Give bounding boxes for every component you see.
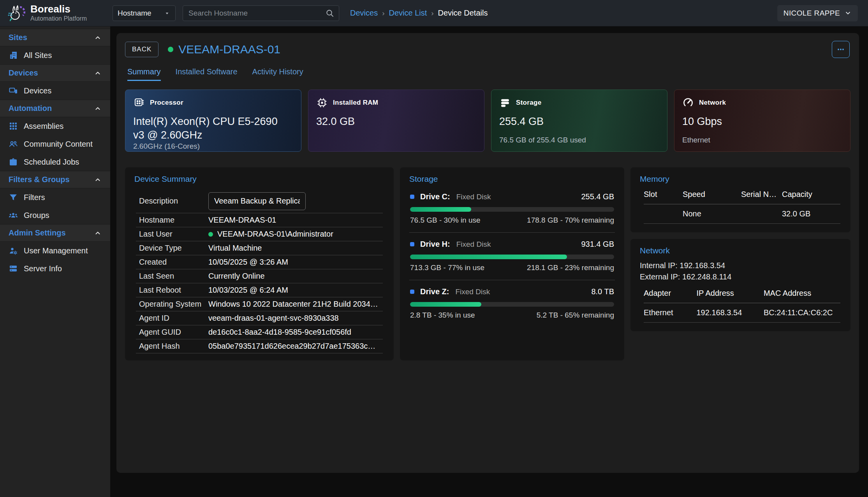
- drive-usage-bar: [410, 255, 614, 259]
- description-input[interactable]: [208, 192, 306, 210]
- stat-card-header: Processor: [133, 97, 293, 109]
- drive-bullet-icon: [410, 242, 414, 246]
- sidebar-entry[interactable]: Automation: [0, 100, 110, 117]
- drive-used-text: 713.3 GB - 77% in use: [410, 263, 484, 272]
- device-summary-row: Agent ID veeam-draas-01-agent-svc-8930a3…: [136, 311, 383, 325]
- search-box[interactable]: [183, 5, 339, 21]
- stat-card: Installed RAM 32.0 GB: [308, 90, 484, 152]
- field-label: Last Seen: [139, 272, 208, 281]
- search-icon[interactable]: [325, 9, 334, 18]
- sidebar-entry-label: Community Content: [24, 140, 93, 149]
- brand-text: Borealis Automation Platform: [30, 4, 87, 22]
- field-value: VEEAM-DRAAS-01: [208, 216, 276, 225]
- sidebar-item-icon: [9, 121, 18, 131]
- device-title: VEEAM-DRAAS-01: [178, 43, 280, 56]
- sidebar-entry[interactable]: Sites: [0, 29, 110, 46]
- device-tabs: Summary Installed Software Activity Hist…: [127, 67, 850, 81]
- breadcrumb-link[interactable]: Device List: [389, 9, 427, 18]
- back-button[interactable]: BACK: [125, 42, 158, 57]
- sidebar-item-icon: [9, 157, 18, 167]
- network-ips: Internal IP: 192.168.3.54 External IP: 1…: [640, 260, 841, 283]
- tab[interactable]: Summary: [127, 67, 161, 81]
- breadcrumb-separator-icon: ›: [431, 9, 433, 18]
- sidebar-item-icon: [9, 246, 18, 255]
- stat-card-icon: [682, 97, 694, 109]
- tab[interactable]: Activity History: [252, 67, 303, 81]
- memory-row: None 32.0 GB: [644, 204, 840, 224]
- sidebar-entry[interactable]: Server Info: [0, 260, 110, 277]
- sidebar-entry[interactable]: Assemblies: [0, 117, 110, 135]
- main-content: BACK VEEAM-DRAAS-01 Summary Installed So…: [110, 26, 868, 497]
- brand-subtitle: Automation Platform: [30, 15, 87, 22]
- stat-card-title: Network: [699, 99, 726, 107]
- user-menu-button[interactable]: NICOLE RAPPE: [777, 5, 858, 21]
- breadcrumb: Devices › Device List › Device Details ›: [350, 9, 488, 18]
- field-label: Description: [139, 197, 208, 205]
- topbar: Borealis Automation Platform Hostname De…: [0, 0, 868, 26]
- network-table-header: Adapter IP Address MAC Address: [644, 289, 840, 303]
- user-name: NICOLE RAPPE: [783, 9, 840, 18]
- device-summary-panel: Device Summary Description Veeam Backup …: [125, 167, 394, 360]
- device-summary-row: Operating System Windows 10 2022 Datacen…: [136, 297, 383, 311]
- memory-speed: None: [683, 209, 741, 218]
- sidebar-entry[interactable]: Community Content: [0, 135, 110, 153]
- field-label: Agent ID: [139, 314, 208, 323]
- drive-used-text: 2.8 TB - 35% in use: [410, 311, 475, 320]
- sidebar-entry[interactable]: All Sites: [0, 46, 110, 64]
- breadcrumb-separator-icon: ›: [382, 9, 384, 18]
- sidebar-entry[interactable]: Groups: [0, 206, 110, 224]
- field-value: veeam-draas-01-agent-svc-8930a338: [208, 314, 339, 323]
- sidebar-entry[interactable]: Admin Settings: [0, 224, 110, 242]
- breadcrumb-link[interactable]: Devices: [350, 9, 378, 18]
- adapter-mac: BC:24:11:CA:C6:2C: [764, 308, 840, 317]
- sidebar-entry-label: Devices: [9, 68, 38, 77]
- right-column: Memory Slot Speed Serial Number: [630, 167, 850, 360]
- sidebar-entry[interactable]: Devices: [0, 64, 110, 82]
- drive-usage-fill: [410, 207, 471, 212]
- column-header: Slot: [644, 190, 683, 199]
- drive-usage-labels: 2.8 TB - 35% in use 5.2 TB - 65% remaini…: [410, 311, 614, 320]
- device-summary-row: Agent GUID de16c0c1-8aa2-4d18-9585-9ce91…: [136, 325, 383, 339]
- sidebar-entry[interactable]: Devices: [0, 82, 110, 100]
- field-value: Currently Online: [208, 272, 265, 281]
- stat-cards: Processor Intel(R) Xeon(R) CPU E5-2690 v…: [125, 90, 850, 152]
- tab[interactable]: Installed Software: [176, 67, 238, 81]
- brand: Borealis Automation Platform: [0, 3, 110, 24]
- field-label: Last User: [139, 230, 208, 239]
- sidebar-entry-label: Server Info: [24, 264, 62, 273]
- stat-card-icon: [316, 97, 328, 109]
- sidebar-entry[interactable]: Filters: [0, 188, 110, 206]
- sidebar-entry[interactable]: Filters & Groups: [0, 171, 110, 188]
- device-summary-title: Device Summary: [134, 174, 384, 184]
- adapter-name: Ethernet: [644, 308, 696, 317]
- sidebar-entry[interactable]: User Management: [0, 242, 110, 260]
- stat-card-header: Network: [682, 97, 842, 109]
- drive-total-size: 8.0 TB: [591, 287, 614, 296]
- stat-card-subtext: 2.60GHz (16-Cores): [133, 142, 293, 151]
- more-options-button[interactable]: [832, 41, 850, 58]
- drive-remaining-text: 5.2 TB - 65% remaining: [537, 311, 614, 320]
- column-header: Serial Number: [741, 190, 782, 199]
- stat-card: Processor Intel(R) Xeon(R) CPU E5-2690 v…: [125, 90, 301, 152]
- device-summary-table: Description Veeam Backup & Replication H…: [134, 189, 384, 353]
- sidebar-entry[interactable]: Scheduled Jobs: [0, 153, 110, 171]
- drive-used-text: 76.5 GB - 30% in use: [410, 216, 481, 225]
- drive-usage-bar: [410, 302, 614, 307]
- hostname-filter-select[interactable]: Hostname: [113, 5, 176, 21]
- stat-card-icon: [499, 97, 511, 109]
- online-status-dot: [168, 47, 173, 52]
- search-input[interactable]: [188, 9, 325, 18]
- online-dot: [208, 232, 213, 237]
- sidebar-entry-label: Automation: [9, 104, 52, 113]
- hostname-filter-label: Hostname: [118, 9, 151, 18]
- field-cell: de16c0c1-8aa2-4d18-9585-9ce91cf056fd: [208, 328, 380, 337]
- field-value: 10/03/2025 @ 6:24 AM: [208, 286, 288, 295]
- stat-card-header: Storage: [499, 97, 659, 109]
- field-value: Virtual Machine: [208, 244, 262, 253]
- stat-card: Storage 255.4 GB 76.5 GB of 255.4 GB use…: [491, 90, 667, 152]
- drive-usage-bar: [410, 207, 614, 212]
- device-details-container: BACK VEEAM-DRAAS-01 Summary Installed So…: [116, 33, 859, 473]
- sidebar-item-icon: [9, 51, 18, 60]
- memory-panel: Memory Slot Speed Serial Number: [630, 167, 850, 232]
- sidebar-entry-label: Filters: [24, 193, 45, 202]
